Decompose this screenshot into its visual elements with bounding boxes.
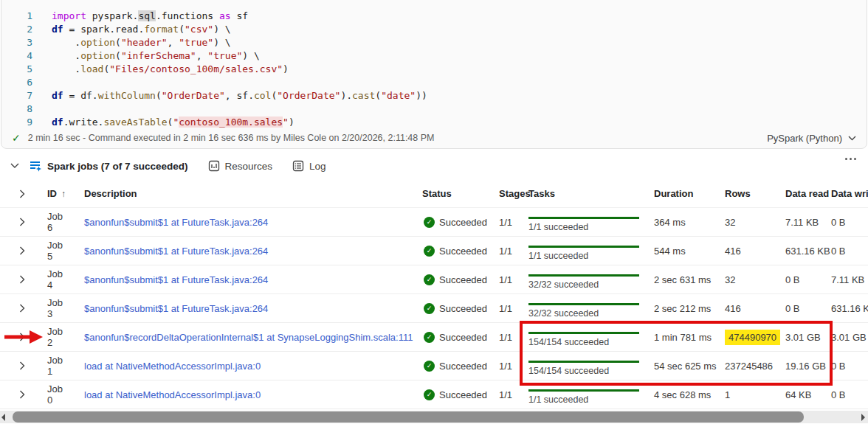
job-data-read: 19.16 GB bbox=[785, 361, 831, 372]
jobs-table-body: Job 6$anonfun$submit$1 at FutureTask.jav… bbox=[0, 208, 868, 409]
job-description-link[interactable]: load at NativeMethodAccessorImpl.java:0 bbox=[63, 361, 422, 372]
line-number: 5 bbox=[1, 63, 32, 76]
column-header-data-read[interactable]: Data read bbox=[785, 188, 831, 199]
column-header-stages[interactable]: Stages bbox=[499, 188, 521, 199]
language-selector[interactable]: PySpark (Python) bbox=[767, 133, 856, 144]
job-id: Job 1 bbox=[27, 355, 63, 377]
scroll-right-arrow-icon[interactable] bbox=[861, 414, 865, 421]
scrollbar-thumb[interactable] bbox=[13, 411, 804, 423]
execution-summary-text: 2 min 16 sec - Command executed in 2 min… bbox=[28, 133, 435, 143]
job-status-label: Succeeded bbox=[439, 217, 487, 228]
job-description-link[interactable]: $anonfun$submit$1 at FutureTask.java:264 bbox=[63, 303, 422, 314]
column-header-tasks[interactable]: Tasks bbox=[521, 188, 654, 199]
tasks-progress-bar bbox=[528, 389, 639, 392]
column-header-description[interactable]: Description bbox=[63, 188, 422, 199]
collapse-chevron-icon[interactable] bbox=[10, 163, 19, 169]
line-number: 9 bbox=[1, 116, 32, 129]
job-row[interactable]: Job 2$anonfun$recordDeltaOperationIntern… bbox=[0, 323, 868, 352]
job-data-read: 3.01 GB bbox=[785, 332, 831, 343]
column-header-status[interactable]: Status bbox=[422, 188, 499, 199]
tasks-progress-bar bbox=[528, 217, 639, 219]
code-line: 7df = df.withColumn("OrderDate", sf.col(… bbox=[1, 89, 867, 102]
job-duration: 1 min 781 ms bbox=[654, 332, 725, 343]
job-data-read: 631.16 KB bbox=[785, 246, 831, 257]
job-tasks: 1/1 succeeded bbox=[521, 380, 654, 405]
job-id: Job 0 bbox=[27, 383, 63, 406]
tab-resources-label: Resources bbox=[225, 161, 273, 172]
job-status: ✓Succeeded bbox=[422, 303, 499, 314]
line-number: 2 bbox=[1, 23, 32, 36]
expand-chevron-icon[interactable] bbox=[0, 390, 27, 399]
expand-chevron-icon[interactable] bbox=[0, 190, 27, 198]
job-tasks-label: 1/1 succeeded bbox=[528, 251, 654, 261]
job-row[interactable]: Job 6$anonfun$submit$1 at FutureTask.jav… bbox=[0, 208, 868, 237]
job-tasks: 154/154 succeeded bbox=[521, 352, 654, 376]
job-status: ✓Succeeded bbox=[422, 274, 499, 285]
job-rows: 416 bbox=[725, 246, 785, 257]
scroll-left-arrow-icon[interactable] bbox=[1, 414, 5, 421]
expand-chevron-icon[interactable] bbox=[0, 361, 27, 370]
code-text: df = df.withColumn("OrderDate", sf.col("… bbox=[52, 89, 427, 102]
expand-chevron-icon[interactable] bbox=[0, 275, 27, 284]
column-header-rows[interactable]: Rows bbox=[725, 188, 785, 199]
jobs-panel-header: Spark jobs (7 of 7 succeeded) Resources … bbox=[0, 155, 868, 177]
job-id: Job 4 bbox=[27, 268, 63, 291]
code-line: 8 bbox=[1, 102, 867, 116]
notebook-viewport: 1import pyspark.sql.functions as sf2df =… bbox=[0, 0, 868, 424]
job-id: Job 2 bbox=[27, 326, 63, 348]
column-header-duration[interactable]: Duration bbox=[654, 188, 725, 199]
job-status-label: Succeeded bbox=[439, 389, 487, 400]
job-stages: 1/1 bbox=[499, 389, 521, 400]
job-tasks-label: 1/1 succeeded bbox=[528, 222, 654, 232]
code-text: df = spark.read.format("csv") \ bbox=[52, 23, 231, 36]
expand-chevron-icon[interactable] bbox=[0, 246, 27, 255]
horizontal-scrollbar[interactable] bbox=[0, 411, 868, 423]
job-row[interactable]: Job 4$anonfun$submit$1 at FutureTask.jav… bbox=[0, 265, 868, 294]
line-number: 7 bbox=[1, 89, 32, 102]
job-row[interactable]: Job 0load at NativeMethodAccessorImpl.ja… bbox=[0, 380, 868, 409]
code-line: 3 .option("header", "true") \ bbox=[1, 36, 867, 49]
job-row[interactable]: Job 3$anonfun$submit$1 at FutureTask.jav… bbox=[0, 294, 868, 323]
code-line: 4 .option("inferSchema", "true") \ bbox=[1, 49, 867, 63]
tab-resources[interactable]: Resources bbox=[208, 160, 273, 172]
job-description-link[interactable]: $anonfun$submit$1 at FutureTask.java:264 bbox=[63, 217, 422, 228]
succeeded-check-icon: ✓ bbox=[424, 246, 435, 257]
job-row[interactable]: Job 1load at NativeMethodAccessorImpl.ja… bbox=[0, 352, 868, 380]
job-duration: 544 ms bbox=[654, 246, 725, 257]
job-tasks: 32/32 succeeded bbox=[521, 294, 654, 319]
job-description-link[interactable]: load at NativeMethodAccessorImpl.java:0 bbox=[63, 389, 422, 400]
code-text: df.write.saveAsTable("contoso_100m.sales… bbox=[52, 116, 294, 129]
job-stages: 1/1 bbox=[499, 274, 521, 285]
tab-spark-jobs-label: Spark jobs (7 of 7 succeeded) bbox=[47, 161, 188, 172]
job-stages: 1/1 bbox=[499, 246, 521, 257]
job-tasks-label: 154/154 succeeded bbox=[528, 337, 654, 347]
more-options-button[interactable] bbox=[845, 158, 856, 160]
job-rows: 32 bbox=[725, 274, 785, 285]
column-header-data-written[interactable]: Data written bbox=[831, 188, 868, 199]
expand-chevron-icon[interactable] bbox=[0, 218, 27, 226]
job-stages: 1/1 bbox=[499, 332, 521, 343]
job-tasks-label: 32/32 succeeded bbox=[528, 279, 654, 290]
job-data-written: 0 B bbox=[831, 389, 868, 400]
chevron-down-icon bbox=[848, 136, 856, 141]
job-description-link[interactable]: $anonfun$submit$1 at FutureTask.java:264 bbox=[63, 274, 422, 285]
code-editor[interactable]: 1import pyspark.sql.functions as sf2df =… bbox=[1, 0, 867, 129]
job-description-link[interactable]: $anonfun$submit$1 at FutureTask.java:264 bbox=[63, 246, 422, 257]
column-header-id[interactable]: ID ↑ bbox=[27, 188, 63, 199]
spark-jobs-icon bbox=[30, 160, 42, 173]
succeeded-check-icon: ✓ bbox=[424, 217, 435, 228]
job-data-written: 7.11 KB bbox=[831, 274, 868, 285]
succeeded-check-icon: ✓ bbox=[424, 274, 435, 285]
tab-spark-jobs[interactable]: Spark jobs (7 of 7 succeeded) bbox=[30, 160, 188, 173]
job-row[interactable]: Job 5$anonfun$submit$1 at FutureTask.jav… bbox=[0, 237, 868, 265]
job-description-link[interactable]: $anonfun$recordDeltaOperationInternal$1 … bbox=[63, 332, 422, 343]
job-status-label: Succeeded bbox=[439, 303, 487, 314]
code-text: import pyspark.sql.functions as sf bbox=[52, 10, 248, 23]
tab-log[interactable]: Log bbox=[292, 160, 326, 172]
job-status-label: Succeeded bbox=[439, 332, 487, 343]
tasks-progress-bar bbox=[528, 332, 639, 334]
line-number: 4 bbox=[1, 49, 32, 63]
job-tasks-label: 1/1 succeeded bbox=[528, 395, 654, 405]
expand-chevron-icon[interactable] bbox=[0, 304, 27, 313]
expand-chevron-icon[interactable] bbox=[0, 333, 27, 341]
